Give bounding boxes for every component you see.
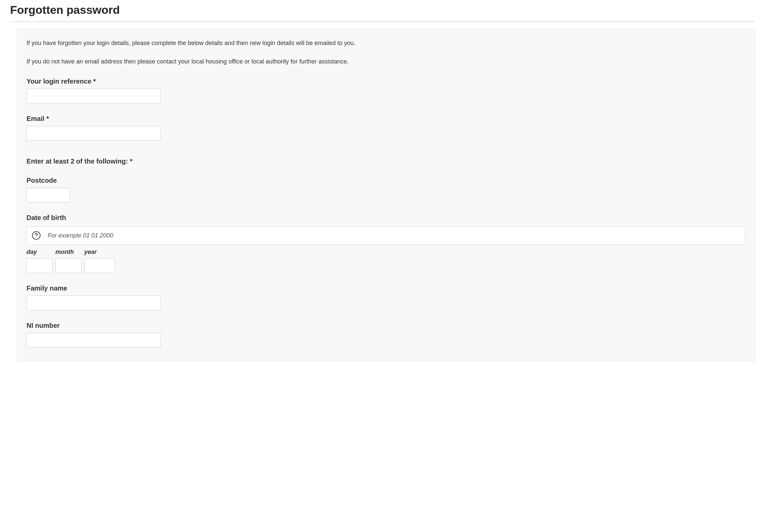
family-name-label: Family name	[27, 284, 745, 292]
dob-label: Date of birth	[27, 214, 745, 222]
email-label: Email *	[27, 115, 745, 123]
postcode-input[interactable]	[27, 188, 70, 203]
login-reference-group: Your login reference *	[27, 78, 745, 103]
help-icon	[32, 231, 41, 240]
dob-month-label: month	[55, 249, 82, 256]
dob-year-col: year	[84, 249, 115, 273]
section-label: Enter at least 2 of the following: *	[27, 158, 745, 165]
ni-number-group: NI number	[27, 322, 745, 348]
ni-number-label: NI number	[27, 322, 745, 329]
postcode-group: Postcode	[27, 177, 745, 203]
svg-point-1	[36, 237, 37, 238]
instruction-2: If you do not have an email address then…	[27, 57, 745, 66]
dob-hint-text: For example 01 01 2000	[48, 232, 113, 239]
dob-group: Date of birth For example 01 01 2000 day	[27, 214, 745, 273]
page-wrapper: Forgotten password If you have forgotten…	[0, 0, 765, 371]
email-input[interactable]	[27, 126, 161, 141]
postcode-label: Postcode	[27, 177, 745, 184]
dob-year-label: year	[84, 249, 115, 256]
title-divider	[10, 21, 755, 22]
family-name-group: Family name	[27, 284, 745, 310]
login-reference-label: Your login reference *	[27, 78, 745, 85]
family-name-input[interactable]	[27, 296, 161, 310]
dob-month-col: month	[55, 249, 82, 273]
instruction-1: If you have forgotten your login details…	[27, 39, 745, 48]
dob-row: day month year	[27, 249, 745, 273]
dob-hint-box: For example 01 01 2000	[27, 226, 745, 245]
login-reference-input[interactable]	[27, 89, 161, 103]
dob-day-label: day	[27, 249, 53, 256]
dob-year-input[interactable]	[84, 258, 115, 273]
dob-day-col: day	[27, 249, 53, 273]
ni-number-input[interactable]	[27, 333, 161, 348]
email-group: Email *	[27, 115, 745, 141]
dob-month-input[interactable]	[55, 258, 82, 273]
page-title: Forgotten password	[10, 3, 755, 16]
dob-day-input[interactable]	[27, 258, 53, 273]
forgotten-password-panel: If you have forgotten your login details…	[17, 28, 755, 361]
